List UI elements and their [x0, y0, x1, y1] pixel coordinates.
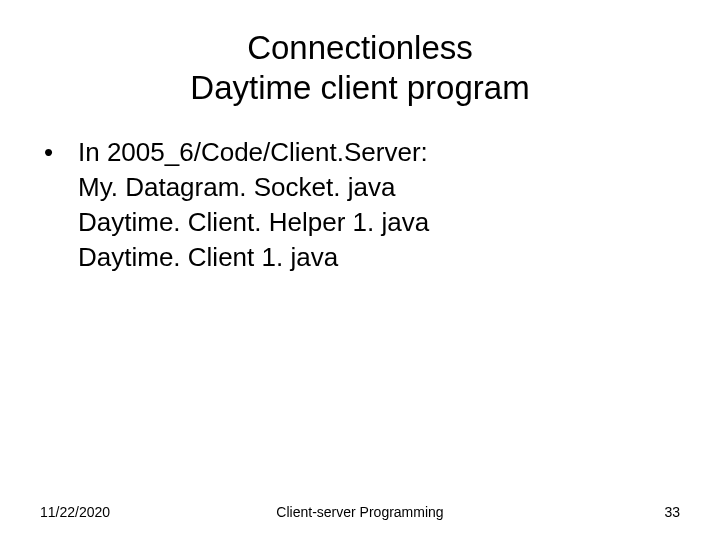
bullet-marker: •	[40, 135, 78, 170]
slide-body: • In 2005_6/Code/Client.Server: My. Data…	[40, 135, 680, 275]
body-line-1: My. Datagram. Socket. java	[40, 170, 680, 205]
slide-footer: 11/22/2020 Client-server Programming 33	[40, 504, 680, 520]
body-line-2: Daytime. Client. Helper 1. java	[40, 205, 680, 240]
footer-date: 11/22/2020	[40, 504, 110, 520]
body-line-3: Daytime. Client 1. java	[40, 240, 680, 275]
bullet-lead-text: In 2005_6/Code/Client.Server:	[78, 135, 680, 170]
slide-title: Connectionless Daytime client program	[40, 28, 680, 107]
slide: Connectionless Daytime client program • …	[0, 0, 720, 540]
title-line-1: Connectionless	[247, 29, 473, 66]
title-line-2: Daytime client program	[190, 69, 529, 106]
footer-page-number: 33	[664, 504, 680, 520]
footer-title: Client-server Programming	[40, 504, 680, 520]
bullet-item: • In 2005_6/Code/Client.Server:	[40, 135, 680, 170]
